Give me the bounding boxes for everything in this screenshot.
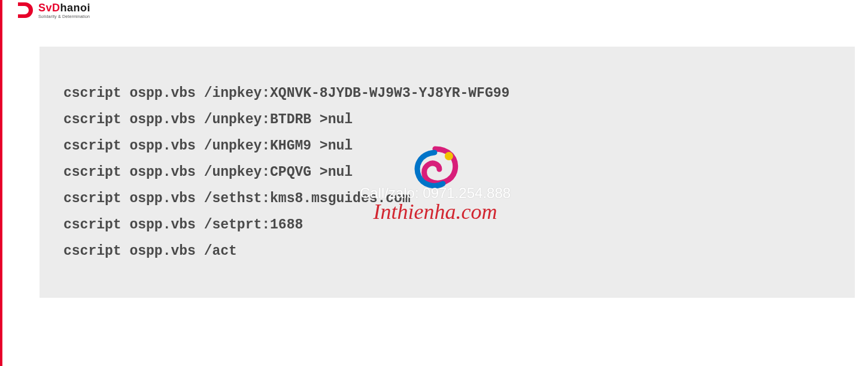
code-block: cscript ospp.vbs /inpkey:XQNVK-8JYDB-WJ9… bbox=[40, 47, 855, 298]
code-content: cscript ospp.vbs /inpkey:XQNVK-8JYDB-WJ9… bbox=[63, 80, 831, 264]
code-line: cscript ospp.vbs /inpkey:XQNVK-8JYDB-WJ9… bbox=[63, 86, 509, 101]
logo-brand: SvDhanoi bbox=[38, 2, 90, 13]
site-logo: SvDhanoi Solidarity & Determination bbox=[14, 0, 90, 20]
code-line: cscript ospp.vbs /unpkey:KHGM9 >nul bbox=[63, 138, 353, 154]
code-line: cscript ospp.vbs /sethst:kms8.msguides.c… bbox=[63, 191, 411, 206]
logo-text: SvDhanoi Solidarity & Determination bbox=[38, 2, 90, 19]
page-root: SvDhanoi Solidarity & Determination cscr… bbox=[0, 0, 868, 366]
code-line: cscript ospp.vbs /unpkey:BTDRB >nul bbox=[63, 112, 353, 127]
logo-brand-suffix: hanoi bbox=[60, 2, 91, 14]
logo-mark-icon bbox=[14, 0, 35, 20]
code-line: cscript ospp.vbs /setprt:1688 bbox=[63, 217, 303, 233]
code-line: cscript ospp.vbs /act bbox=[63, 243, 237, 259]
code-line: cscript ospp.vbs /unpkey:CPQVG >nul bbox=[63, 164, 353, 180]
logo-tagline: Solidarity & Determination bbox=[38, 14, 90, 19]
logo-brand-prefix: SvD bbox=[38, 2, 60, 14]
